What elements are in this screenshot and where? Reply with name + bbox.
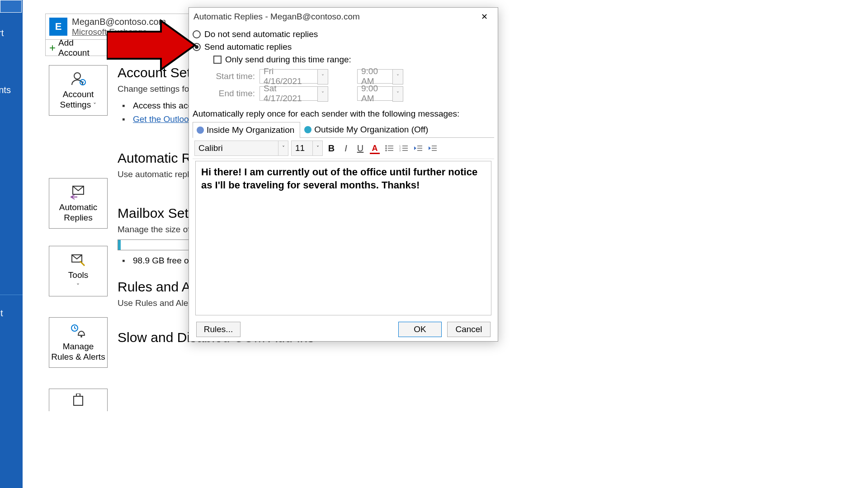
checkbox-label: Only send during this time range: <box>225 55 351 65</box>
org-inside-icon <box>197 127 204 134</box>
card-label: Manage <box>63 342 94 351</box>
svg-rect-10 <box>388 145 393 146</box>
nav-item-partial-3[interactable]: nt <box>0 308 3 319</box>
chevron-down-icon: ˅ <box>392 69 403 84</box>
close-button[interactable]: ✕ <box>475 8 493 26</box>
start-time-label: Start time: <box>213 71 255 81</box>
font-family-value: Calibri <box>194 141 278 156</box>
italic-button[interactable]: I <box>340 142 352 154</box>
svg-point-9 <box>385 145 387 147</box>
radio-icon <box>193 30 201 38</box>
add-account-button[interactable]: + Add Account <box>45 40 110 56</box>
nav-selected-indicator <box>0 0 22 13</box>
start-date-dropdown[interactable]: Fri 4/16/2021 ˅ <box>259 69 328 84</box>
card-tools[interactable]: Tools˅ <box>49 246 108 296</box>
checkbox-icon <box>213 56 222 64</box>
tab-label: Outside My Organization (Off) <box>314 125 428 135</box>
svg-rect-23 <box>417 150 422 151</box>
nav-item-partial-2[interactable]: nents <box>0 85 11 95</box>
svg-rect-24 <box>432 145 437 146</box>
svg-rect-20 <box>402 150 408 151</box>
underline-button[interactable]: U <box>354 142 366 154</box>
font-color-icon: A <box>370 144 380 153</box>
svg-rect-25 <box>432 148 437 149</box>
svg-point-2 <box>82 81 84 83</box>
svg-rect-22 <box>417 148 422 149</box>
cancel-button[interactable]: Cancel <box>447 322 491 337</box>
tab-inside-org[interactable]: Inside My Organization <box>193 122 300 138</box>
chevron-down-icon: ˅ <box>317 86 328 102</box>
font-size-value: 11 <box>291 141 313 156</box>
numbered-list-button[interactable]: 123 <box>398 142 410 154</box>
start-time-dropdown[interactable]: 9:00 AM ˅ <box>357 69 403 84</box>
start-time-value: 9:00 AM <box>357 69 392 84</box>
end-time-value: 9:00 AM <box>357 86 392 101</box>
nav-item-partial-1[interactable]: ort <box>0 28 4 38</box>
chevron-down-icon: ˅ <box>317 69 328 84</box>
tab-outside-org[interactable]: Outside My Organization (Off) <box>300 122 434 137</box>
svg-rect-18 <box>402 148 408 149</box>
svg-point-0 <box>74 73 80 79</box>
automatic-replies-dialog: Automatic Replies - MeganB@contoso.com ✕… <box>189 7 498 342</box>
font-color-button[interactable]: A <box>369 142 381 154</box>
chevron-down-icon: ˅ <box>93 102 96 109</box>
decrease-indent-button[interactable] <box>412 142 424 154</box>
radio-icon <box>193 43 201 51</box>
auto-reply-icon <box>69 183 87 200</box>
card-account-settings[interactable]: AccountSettings ˅ <box>49 65 108 116</box>
card-com-addins[interactable] <box>49 389 108 411</box>
rules-alerts-icon <box>69 323 87 339</box>
user-gear-icon <box>69 70 87 87</box>
radio-label: Do not send automatic replies <box>204 29 318 39</box>
format-toolbar: Calibri ˅ 11 ˅ B I U A 123 <box>193 138 494 159</box>
reply-message-editor[interactable]: Hi there! I am currently out of the offi… <box>195 161 491 315</box>
chevron-down-icon: ˅ <box>313 141 323 156</box>
svg-rect-26 <box>432 150 437 151</box>
svg-rect-12 <box>388 148 393 149</box>
card-label: Account <box>63 89 94 99</box>
svg-point-11 <box>385 147 387 149</box>
radio-send-automatic[interactable]: Send automatic replies <box>193 42 494 52</box>
svg-rect-7 <box>74 396 83 405</box>
font-family-dropdown[interactable]: Calibri ˅ <box>194 141 288 156</box>
card-manage-rules[interactable]: ManageRules & Alerts <box>49 317 108 368</box>
bold-button[interactable]: B <box>326 142 337 154</box>
reply-hint-text: Automatically reply once for each sender… <box>193 109 494 119</box>
card-label: Automatic <box>59 202 97 212</box>
svg-text:3: 3 <box>399 149 401 152</box>
plus-icon: + <box>49 42 56 54</box>
nav-divider <box>0 295 23 295</box>
dialog-title: Automatic Replies - MeganB@contoso.com <box>193 12 360 22</box>
end-time-label: End time: <box>213 89 255 99</box>
chevron-down-icon: ˅ <box>76 282 80 290</box>
checkbox-time-range[interactable]: Only send during this time range: <box>213 55 494 65</box>
org-outside-icon <box>304 126 311 133</box>
end-time-dropdown[interactable]: 9:00 AM ˅ <box>357 86 403 101</box>
svg-point-13 <box>385 150 387 151</box>
svg-rect-8 <box>76 394 80 396</box>
bullet-list-button[interactable] <box>383 142 395 154</box>
account-email: MeganB@contoso.com <box>72 17 166 27</box>
end-date-dropdown[interactable]: Sat 4/17/2021 ˅ <box>259 86 328 101</box>
chevron-down-icon: ˅ <box>392 86 403 102</box>
exchange-logo-icon: E <box>49 18 67 36</box>
backstage-nav-strip: ort nents nt <box>0 0 23 488</box>
rules-button[interactable]: Rules... <box>196 322 241 337</box>
svg-rect-14 <box>388 150 393 151</box>
end-date-value: Sat 4/17/2021 <box>259 86 317 101</box>
svg-point-6 <box>80 336 82 338</box>
ok-button[interactable]: OK <box>398 322 442 337</box>
card-label: Tools <box>68 270 88 280</box>
mailbox-tools-icon <box>69 251 87 267</box>
radio-do-not-send[interactable]: Do not send automatic replies <box>193 29 494 39</box>
add-account-label: Add Account <box>58 38 106 58</box>
mailbox-usage-bar <box>118 239 190 250</box>
card-automatic-replies[interactable]: AutomaticReplies <box>49 178 108 229</box>
font-size-dropdown[interactable]: 11 ˅ <box>291 141 323 156</box>
account-dropdown[interactable]: E MeganB@contoso.com Microsoft Exchange <box>45 14 189 40</box>
start-date-value: Fri 4/16/2021 <box>259 69 317 84</box>
close-icon: ✕ <box>481 12 488 22</box>
svg-rect-21 <box>417 145 422 146</box>
tab-label: Inside My Organization <box>207 125 294 135</box>
increase-indent-button[interactable] <box>427 142 439 154</box>
